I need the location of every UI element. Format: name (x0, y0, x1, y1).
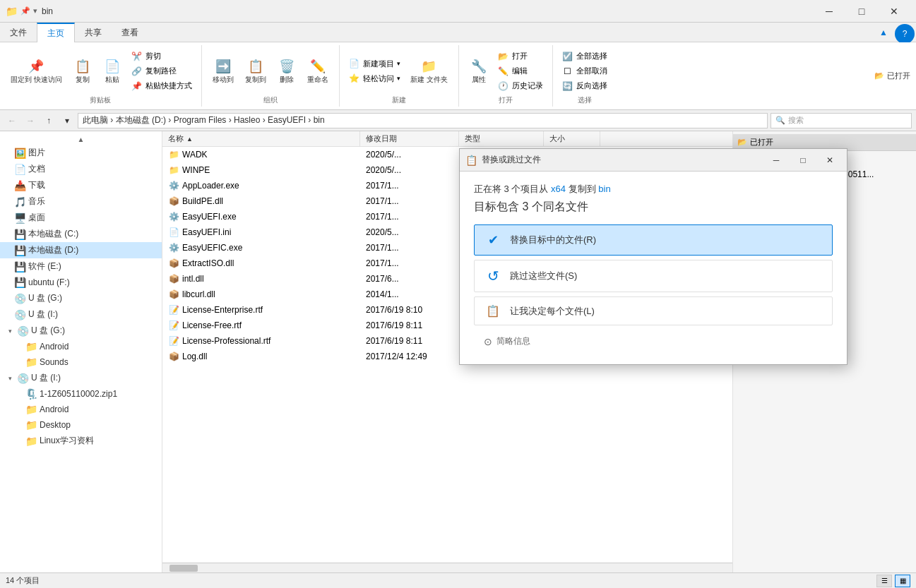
decide-icon: 📋 (484, 304, 501, 318)
dialog-option-skip-text: 跳过这些文件(S) (510, 270, 577, 282)
dialog-title-text: 替换或跳过文件 (482, 154, 761, 166)
details-chevron-icon: ⊙ (484, 336, 492, 347)
replace-or-skip-dialog: 📋 替换或跳过文件 ─ □ ✕ 正在将 3 个项目从 x64 复制到 bin 目… (459, 148, 847, 365)
dialog-restore-button[interactable]: □ (792, 151, 814, 169)
dialog-option-replace-text: 替换目标中的文件(R) (510, 234, 596, 246)
dialog-details-toggle[interactable]: ⊙ 简略信息 (474, 330, 833, 353)
dialog-info-line: 正在将 3 个项目从 x64 复制到 bin (474, 183, 833, 196)
dialog-close-button[interactable]: ✕ (819, 151, 841, 169)
dialog-minimize-button[interactable]: ─ (765, 151, 787, 169)
dialog-option-decide[interactable]: 📋 让我决定每个文件(L) (474, 296, 833, 325)
replace-checkmark-icon: ✔ (484, 232, 501, 248)
dialog-option-replace[interactable]: ✔ 替换目标中的文件(R) (474, 224, 833, 256)
dialog-title-icon: 📋 (465, 155, 477, 166)
dialog-details-label: 简略信息 (496, 335, 530, 347)
dialog-option-skip[interactable]: ↺ 跳过这些文件(S) (474, 260, 833, 292)
dialog-subtitle: 目标包含 3 个同名文件 (474, 200, 833, 215)
skip-icon: ↺ (484, 268, 501, 284)
dialog-dest-link[interactable]: bin (598, 184, 610, 194)
dialog-body: 正在将 3 个项目从 x64 复制到 bin 目标包含 3 个同名文件 ✔ 替换… (460, 172, 847, 364)
dialog-source-link[interactable]: x64 (551, 184, 566, 194)
dialog-title-bar: 📋 替换或跳过文件 ─ □ ✕ (460, 149, 847, 172)
dialog-option-decide-text: 让我决定每个文件(L) (510, 305, 595, 318)
dialog-overlay: 📋 替换或跳过文件 ─ □ ✕ 正在将 3 个项目从 x64 复制到 bin 目… (0, 0, 916, 588)
